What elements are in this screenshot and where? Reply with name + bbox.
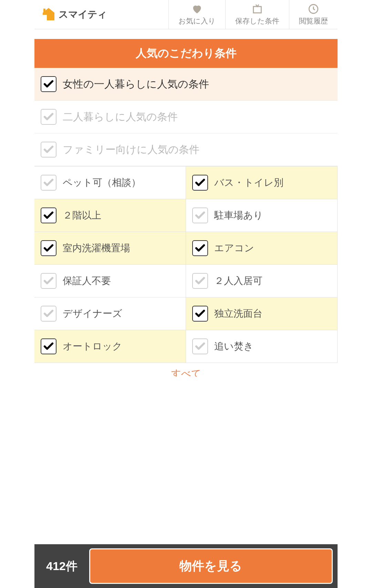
svg-rect-2 <box>43 9 45 12</box>
option-label: ２人入居可 <box>214 274 262 287</box>
option-label: 追い焚き <box>214 340 254 353</box>
checkbox[interactable] <box>41 142 56 158</box>
checkbox[interactable] <box>192 338 208 354</box>
option-cell[interactable]: デザイナーズ <box>34 297 186 330</box>
logo[interactable]: スマイティ <box>34 7 114 22</box>
nav-label: 閲覧履歴 <box>299 16 328 26</box>
option-cell[interactable]: 駐車場あり <box>186 199 338 232</box>
option-cell[interactable]: オートロック <box>34 330 186 363</box>
option-cell[interactable]: 室内洗濯機置場 <box>34 232 186 265</box>
options-grid: ペット可（相談） バス・トイレ別 ２階以上 駐車場あり 室内洗濯機置場 エアコン… <box>34 166 338 363</box>
clock-icon <box>308 3 319 15</box>
logo-text: スマイティ <box>59 8 107 21</box>
header-nav: お気に入り 保存した条件 閲覧履歴 <box>168 0 338 29</box>
option-label: 保証人不要 <box>63 274 111 287</box>
option-label: エアコン <box>214 242 254 255</box>
heart-icon <box>191 3 203 15</box>
house-icon <box>41 7 56 22</box>
spacer <box>34 29 338 39</box>
option-label: 独立洗面台 <box>214 307 262 320</box>
option-label: ２階以上 <box>63 209 101 222</box>
option-cell[interactable]: バス・トイレ別 <box>186 166 338 199</box>
option-cell[interactable]: 保証人不要 <box>34 265 186 297</box>
option-label: バス・トイレ別 <box>214 176 283 189</box>
option-label: ペット可（相談） <box>63 176 141 189</box>
option-label: オートロック <box>63 340 122 353</box>
preset-row: 二人暮らしに人気の条件 <box>34 101 338 133</box>
option-cell[interactable]: 独立洗面台 <box>186 297 338 330</box>
checkbox[interactable] <box>192 306 208 322</box>
checkbox[interactable] <box>192 273 208 289</box>
checkbox[interactable] <box>41 207 56 223</box>
checkbox[interactable] <box>41 273 56 289</box>
option-cell[interactable]: エアコン <box>186 232 338 265</box>
option-label: 室内洗濯機置場 <box>63 242 130 255</box>
svg-rect-1 <box>43 15 47 20</box>
app-header: スマイティ お気に入り 保存した条件 閲覧履歴 <box>34 0 338 29</box>
preset-label: ファミリー向けに人気の条件 <box>63 143 199 157</box>
expand-all-hint[interactable]: すべて <box>34 363 338 377</box>
nav-history[interactable]: 閲覧履歴 <box>289 0 338 29</box>
option-label: 駐車場あり <box>214 209 263 222</box>
nav-saved-conditions[interactable]: 保存した条件 <box>225 0 289 29</box>
checkbox[interactable] <box>41 109 56 125</box>
checkbox[interactable] <box>41 175 56 191</box>
svg-rect-3 <box>254 7 261 13</box>
checkbox[interactable] <box>41 240 56 256</box>
spacer: すべて <box>34 363 338 377</box>
checkbox[interactable] <box>41 76 56 92</box>
preset-row[interactable]: 女性の一人暮らしに人気の条件 <box>34 68 338 101</box>
nav-label: お気に入り <box>178 16 216 26</box>
option-cell[interactable]: ２階以上 <box>34 199 186 232</box>
checkbox[interactable] <box>192 175 208 191</box>
checkbox[interactable] <box>41 306 56 322</box>
nav-label: 保存した条件 <box>235 16 279 26</box>
option-cell[interactable]: ペット可（相談） <box>34 166 186 199</box>
preset-label: 女性の一人暮らしに人気の条件 <box>63 77 209 91</box>
preset-row: ファミリー向けに人気の条件 <box>34 133 338 166</box>
option-cell[interactable]: ２人入居可 <box>186 265 338 297</box>
option-label: デザイナーズ <box>63 307 122 320</box>
save-box-icon <box>251 3 263 15</box>
checkbox[interactable] <box>192 240 208 256</box>
preset-label: 二人暮らしに人気の条件 <box>63 110 178 124</box>
checkbox[interactable] <box>41 338 56 354</box>
checkbox[interactable] <box>192 207 208 223</box>
nav-favorites[interactable]: お気に入り <box>168 0 225 29</box>
option-cell[interactable]: 追い焚き <box>186 330 338 363</box>
preset-list: 女性の一人暮らしに人気の条件 二人暮らしに人気の条件 ファミリー向けに人気の条件 <box>34 68 338 166</box>
section-title: 人気のこだわり条件 <box>34 39 338 68</box>
